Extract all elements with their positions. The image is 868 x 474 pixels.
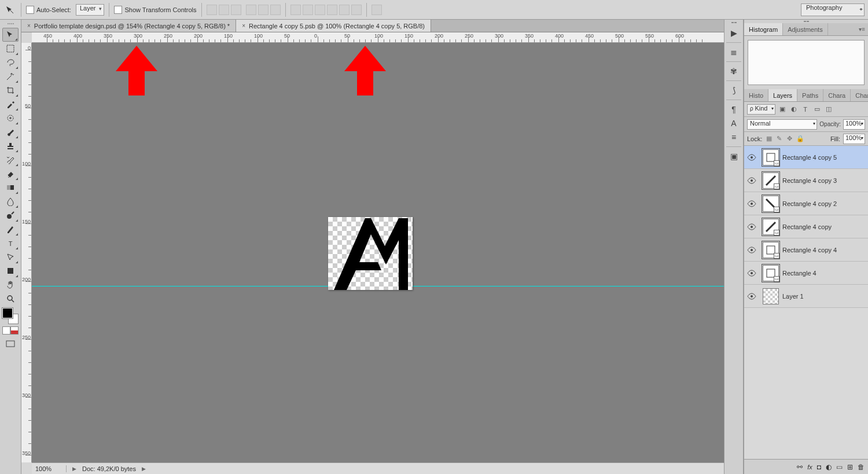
visibility-toggle-icon[interactable] [744, 223, 759, 230]
visibility-toggle-icon[interactable] [744, 270, 759, 277]
blend-mode-select[interactable]: Normal [747, 119, 817, 130]
document-tab[interactable]: ×Rectangle 4 copy 5.psb @ 100% (Rectangl… [236, 20, 431, 32]
tab-character[interactable]: Chara [823, 89, 851, 101]
distribute-right-icon[interactable] [351, 5, 362, 15]
pen-tool[interactable] [2, 222, 19, 236]
distribute-left-icon[interactable] [327, 5, 337, 15]
foreground-color-icon[interactable] [2, 308, 13, 318]
layer-filter-kind-select[interactable]: ρ Kind [747, 104, 775, 115]
eraser-tool[interactable] [2, 167, 19, 181]
layer-fx-icon[interactable]: fx [807, 463, 812, 471]
tab-history[interactable]: Histo [744, 89, 768, 101]
color-swatch[interactable] [2, 308, 19, 324]
zoom-tool[interactable] [2, 292, 19, 306]
canvas[interactable] [328, 217, 413, 290]
layer-row[interactable]: ▭Rectangle 4 copy 3 [744, 169, 868, 192]
lock-transparent-icon[interactable]: ▦ [765, 135, 773, 142]
close-tab-icon[interactable]: × [27, 23, 31, 29]
filter-adjust-icon[interactable]: ◐ [789, 105, 799, 114]
filter-pixel-icon[interactable]: ▣ [778, 105, 787, 114]
play-panel-icon[interactable]: ▶ [726, 26, 741, 40]
visibility-toggle-icon[interactable] [744, 200, 759, 207]
gradient-tool[interactable] [2, 181, 19, 194]
layer-row[interactable]: ▭Rectangle 4 copy 4 [744, 238, 868, 262]
layer-thumbnail[interactable]: ▭ [763, 196, 779, 212]
layer-group-icon[interactable]: ▭ [836, 463, 843, 471]
path-select-tool[interactable] [2, 250, 19, 264]
opacity-value[interactable]: 100% [843, 119, 865, 130]
status-expand-icon[interactable]: ▶ [142, 466, 146, 472]
auto-align-icon[interactable] [372, 5, 382, 15]
layer-row[interactable]: ▭Rectangle 4 copy [744, 215, 868, 238]
distribute-bottom-icon[interactable] [315, 5, 325, 15]
filter-shape-icon[interactable]: ▭ [812, 105, 822, 114]
layer-name[interactable]: Rectangle 4 copy 3 [782, 177, 868, 184]
layer-thumbnail[interactable] [763, 288, 779, 304]
tab-channels[interactable]: Chann [851, 89, 868, 101]
hist-stack-panel-icon[interactable]: ≣ [726, 45, 741, 59]
layers-list[interactable]: ▭Rectangle 4 copy 5▭Rectangle 4 copy 3▭R… [744, 146, 868, 459]
brush-tool[interactable] [2, 125, 19, 139]
close-tab-icon[interactable]: × [242, 23, 245, 29]
toolbox-grip-icon[interactable] [2, 23, 19, 27]
panel-menu-icon[interactable]: ▾≡ [856, 23, 868, 35]
show-transform-checkbox[interactable]: Show Transform Controls [114, 6, 196, 14]
move-tool[interactable] [2, 28, 19, 42]
marquee-tool[interactable] [2, 42, 19, 56]
canvas-viewport[interactable] [32, 43, 724, 462]
layer-row[interactable]: ▭Rectangle 4 copy 5 [744, 146, 868, 169]
tab-adjustments[interactable]: Adjustments [783, 23, 828, 35]
layer-name[interactable]: Rectangle 4 copy 4 [782, 247, 868, 253]
layer-mask-icon[interactable]: ◘ [817, 463, 821, 471]
align-left-icon[interactable] [246, 5, 256, 15]
layer-name[interactable]: Rectangle 4 [782, 270, 868, 277]
history-brush-tool[interactable] [2, 153, 19, 167]
visibility-toggle-icon[interactable] [744, 293, 759, 300]
new-layer-icon[interactable]: ⊞ [847, 463, 853, 471]
stamp-tool[interactable] [2, 139, 19, 153]
magic-wand-tool[interactable] [2, 69, 19, 83]
align-vcenter-icon[interactable] [219, 5, 229, 15]
layer-name[interactable]: Rectangle 4 copy 5 [782, 154, 868, 161]
brushes-panel-icon[interactable]: ✾ [726, 64, 741, 78]
dodge-tool[interactable] [2, 208, 19, 222]
layer-row[interactable]: Layer 1 [744, 285, 868, 308]
vertical-ruler[interactable]: 050100150200250300350 [21, 43, 32, 462]
distribute-vcenter-icon[interactable] [303, 5, 313, 15]
document-tab[interactable]: ×Portfolio template design.psd @ 154% (R… [21, 20, 236, 32]
lasso-tool[interactable] [2, 56, 19, 69]
status-menu-icon[interactable]: ▶ [72, 466, 76, 472]
layer-name[interactable]: Rectangle 4 copy [782, 223, 868, 230]
blur-tool[interactable] [2, 194, 19, 208]
brush-presets-panel-icon[interactable]: ⟆ [726, 83, 741, 97]
layer-thumbnail[interactable]: ▭ [763, 219, 779, 235]
distribute-top-icon[interactable] [290, 5, 301, 15]
patch-tool[interactable] [2, 111, 19, 125]
tab-paths[interactable]: Paths [797, 89, 823, 101]
fill-value[interactable]: 100% [843, 134, 865, 144]
layer-thumbnail[interactable]: ▭ [763, 265, 779, 281]
visibility-toggle-icon[interactable] [744, 177, 759, 184]
lock-all-icon[interactable]: 🔒 [796, 135, 804, 142]
align-bottom-icon[interactable] [231, 5, 241, 15]
crop-tool[interactable] [2, 83, 19, 97]
tab-layers[interactable]: Layers [768, 89, 797, 101]
tab-histogram[interactable]: Histogram [744, 23, 783, 35]
layer-row[interactable]: ▭Rectangle 4 [744, 262, 868, 285]
workspace-select[interactable]: Photography [801, 3, 865, 16]
hand-tool[interactable] [2, 278, 19, 292]
auto-select-checkbox[interactable]: Auto-Select: [26, 6, 71, 14]
shape-tool[interactable] [2, 264, 19, 278]
align-para-panel-icon[interactable]: ≡ [726, 130, 741, 144]
horizontal-ruler[interactable]: 4504003503002502001501005005010015020025… [32, 32, 724, 43]
filter-smart-icon[interactable]: ◫ [824, 105, 833, 114]
layer-thumbnail[interactable]: ▭ [763, 172, 779, 189]
delete-layer-icon[interactable]: 🗑 [858, 463, 865, 471]
filter-type-icon[interactable]: T [801, 105, 810, 114]
layer-thumbnail[interactable]: ▭ [763, 242, 779, 258]
lock-pixels-icon[interactable]: ✎ [775, 135, 783, 142]
lock-position-icon[interactable]: ✥ [786, 135, 793, 142]
device-panel-icon[interactable]: ▣ [726, 149, 741, 163]
link-layers-icon[interactable]: ⚯ [797, 463, 803, 471]
align-right-icon[interactable] [270, 5, 281, 15]
